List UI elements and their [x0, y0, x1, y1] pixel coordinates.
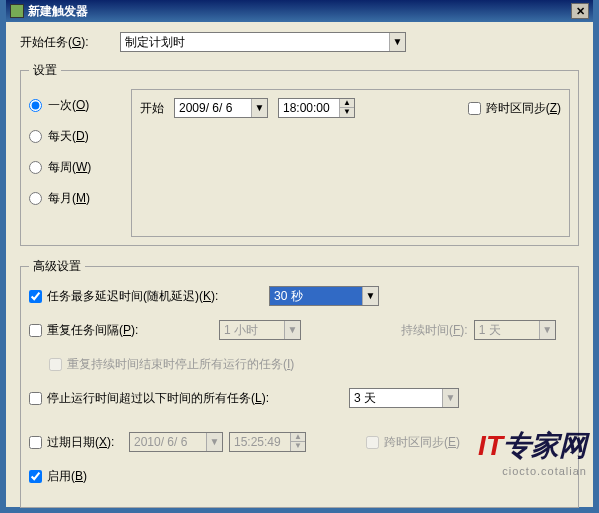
dialog-body: 开始任务(G): ▼ 设置 一次(O) 每天(D): [6, 22, 593, 513]
sync-timezone-input[interactable]: [468, 102, 481, 115]
spin-down-icon: ▼: [291, 442, 305, 451]
dropdown-icon: ▼: [539, 321, 555, 339]
stop-at-end-row: 重复持续时间结束时停止所有运行的任务(I): [49, 353, 570, 375]
repeat-checkbox-input[interactable]: [29, 324, 42, 337]
radio-monthly[interactable]: 每月(M): [29, 190, 119, 207]
radio-monthly-input[interactable]: [29, 192, 42, 205]
expire-checkbox[interactable]: 过期日期(X):: [29, 434, 129, 451]
time-spinner[interactable]: ▲▼: [339, 99, 354, 117]
radio-once-input[interactable]: [29, 99, 42, 112]
dropdown-icon[interactable]: ▼: [362, 287, 378, 305]
time-spinner: ▲▼: [290, 433, 305, 451]
schedule-radio-group: 一次(O) 每天(D) 每周(W) 每月(M): [29, 89, 119, 237]
delay-select[interactable]: ▼: [269, 286, 379, 306]
start-date-input[interactable]: [175, 99, 251, 117]
expire-time-input: [230, 433, 290, 451]
expire-checkbox-input[interactable]: [29, 436, 42, 449]
radio-daily[interactable]: 每天(D): [29, 128, 119, 145]
expire-time-picker: ▲▼: [229, 432, 306, 452]
radio-weekly-input[interactable]: [29, 161, 42, 174]
dropdown-icon[interactable]: ▼: [389, 33, 405, 51]
calendar-dropdown-icon: ▼: [206, 433, 222, 451]
enabled-input[interactable]: [29, 470, 42, 483]
start-date-picker[interactable]: ▼: [174, 98, 268, 118]
delay-row: 任务最多延迟时间(随机延迟)(K): ▼: [29, 285, 570, 307]
begin-task-value[interactable]: [121, 33, 389, 51]
repeat-checkbox[interactable]: 重复任务间隔(P):: [29, 322, 219, 339]
close-button[interactable]: ✕: [571, 3, 589, 19]
settings-group: 设置 一次(O) 每天(D) 每周(W): [20, 62, 579, 246]
stop-after-input[interactable]: [29, 392, 42, 405]
start-time-input[interactable]: [279, 99, 339, 117]
expire-sync-input: [366, 436, 379, 449]
calendar-dropdown-icon[interactable]: ▼: [251, 99, 267, 117]
repeat-interval-select: ▼: [219, 320, 301, 340]
begin-task-select[interactable]: ▼: [120, 32, 406, 52]
radio-once[interactable]: 一次(O): [29, 97, 119, 114]
delay-checkbox[interactable]: 任务最多延迟时间(随机延迟)(K):: [29, 288, 269, 305]
stop-after-value: [350, 389, 442, 407]
enabled-row: 启用(B): [29, 465, 570, 487]
expire-row: 过期日期(X): ▼ ▲▼ 跨时区同步(E): [29, 431, 570, 453]
window-title: 新建触发器: [28, 3, 571, 20]
enabled-checkbox[interactable]: 启用(B): [29, 468, 269, 485]
repeat-row: 重复任务间隔(P): ▼ 持续时间(F): ▼: [29, 319, 570, 341]
radio-weekly[interactable]: 每周(W): [29, 159, 119, 176]
advanced-legend: 高级设置: [29, 258, 85, 275]
dialog-window: 新建触发器 ✕ 开始任务(G): ▼ 设置 一次(O): [0, 0, 599, 513]
repeat-interval-value: [220, 321, 284, 339]
stop-after-row: 停止运行时间超过以下时间的所有任务(L): ▼: [29, 387, 570, 409]
expire-sync-checkbox: 跨时区同步(E): [366, 434, 460, 451]
repeat-duration-value: [475, 321, 539, 339]
start-label: 开始: [140, 100, 164, 117]
delay-value[interactable]: [270, 287, 362, 305]
stop-after-checkbox[interactable]: 停止运行时间超过以下时间的所有任务(L):: [29, 390, 349, 407]
expire-date-picker: ▼: [129, 432, 223, 452]
start-time-picker[interactable]: ▲▼: [278, 98, 355, 118]
advanced-group: 高级设置 任务最多延迟时间(随机延迟)(K): ▼ 重复任务间隔(P):: [20, 258, 579, 508]
radio-daily-input[interactable]: [29, 130, 42, 143]
begin-task-label: 开始任务(G):: [20, 34, 120, 51]
spin-down-icon[interactable]: ▼: [340, 108, 354, 117]
expire-date-input: [130, 433, 206, 451]
sync-timezone-checkbox[interactable]: 跨时区同步(Z): [468, 100, 561, 117]
titlebar: 新建触发器 ✕: [6, 0, 593, 22]
dropdown-icon: ▼: [284, 321, 300, 339]
repeat-duration-select: ▼: [474, 320, 556, 340]
app-icon: [10, 4, 24, 18]
stop-at-end-checkbox: 重复持续时间结束时停止所有运行的任务(I): [49, 356, 369, 373]
settings-legend: 设置: [29, 62, 61, 79]
stop-at-end-input: [49, 358, 62, 371]
stop-after-select: ▼: [349, 388, 459, 408]
duration-label: 持续时间(F):: [401, 322, 468, 339]
delay-checkbox-input[interactable]: [29, 290, 42, 303]
schedule-detail-panel: 开始 ▼ ▲▼ 跨时区同步(Z): [131, 89, 570, 237]
dropdown-icon: ▼: [442, 389, 458, 407]
begin-task-row: 开始任务(G): ▼: [20, 32, 579, 52]
